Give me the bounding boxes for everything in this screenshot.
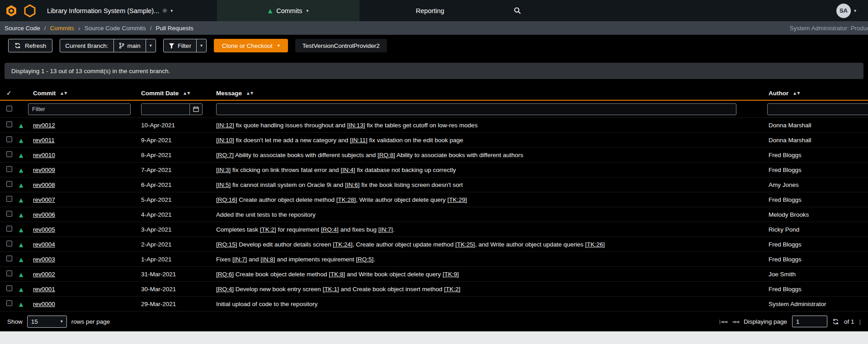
breadcrumb-commits[interactable]: Commits	[50, 25, 74, 32]
clone-or-checkout-button[interactable]: Clone or Checkout ▾	[214, 39, 288, 52]
row-checkbox[interactable]	[6, 181, 12, 187]
row-checkbox[interactable]	[6, 136, 12, 142]
nav-reporting[interactable]: Reporting	[359, 0, 500, 21]
table-row: ▲ rev0012 10-Apr-2021 [IN:12] fix quote …	[0, 118, 868, 133]
filter-button[interactable]: Filter	[163, 39, 197, 52]
breadcrumb-source-code-commits[interactable]: Source Code Commits	[85, 25, 146, 32]
commit-link[interactable]: rev0000	[33, 301, 55, 307]
row-checkbox[interactable]	[6, 166, 12, 172]
table-row: ▲ rev0009 7-Apr-2021 [IN:3] fix clicking…	[0, 163, 868, 177]
refresh-button[interactable]: Refresh	[8, 39, 52, 52]
commit-link[interactable]: rev0006	[33, 211, 55, 218]
commit-filter-input[interactable]	[28, 103, 131, 115]
message-artifact-link[interactable]: [RQ:5]	[356, 256, 373, 263]
row-checkbox[interactable]	[6, 196, 12, 202]
column-header-commit-date[interactable]: Commit Date	[141, 90, 179, 97]
chevron-down-icon: ▾	[278, 43, 280, 48]
date-filter-input[interactable]	[141, 103, 190, 115]
row-checkbox[interactable]	[6, 256, 12, 261]
message-artifact-link[interactable]: [IN:13]	[347, 122, 365, 129]
rows-per-page-select[interactable]: 15 ▾	[27, 316, 67, 328]
message-artifact-link[interactable]: [TK:28]	[336, 196, 356, 203]
refresh-page-icon[interactable]	[832, 318, 839, 325]
commit-link[interactable]: rev0003	[33, 256, 55, 263]
column-header-commit[interactable]: Commit	[33, 90, 56, 97]
message-artifact-link[interactable]: [IN:5]	[216, 181, 231, 188]
sort-arrows-icon[interactable]: ▲▼	[793, 91, 801, 95]
commit-author: Fred Bloggs	[764, 152, 868, 158]
message-artifact-link[interactable]: [RQ:16]	[216, 196, 237, 203]
commit-link[interactable]: rev0009	[33, 167, 55, 173]
commit-link[interactable]: rev0001	[33, 286, 55, 293]
message-artifact-link[interactable]: [IN:3]	[216, 167, 231, 173]
row-checkbox[interactable]	[6, 300, 12, 306]
message-artifact-link[interactable]: [TK:8]	[329, 271, 345, 278]
column-header-author[interactable]: Author	[769, 90, 788, 97]
commit-link[interactable]: rev0005	[33, 226, 55, 233]
row-checkbox[interactable]	[6, 226, 12, 232]
message-artifact-link[interactable]: [IN:12]	[216, 122, 234, 129]
message-artifact-link[interactable]: [TK:2]	[260, 226, 276, 233]
message-artifact-link[interactable]: [TK:2]	[444, 286, 460, 293]
message-filter-input[interactable]	[216, 103, 736, 115]
author-filter-input[interactable]	[767, 103, 868, 115]
commit-link[interactable]: rev0004	[33, 241, 55, 248]
branch-button[interactable]: main	[113, 39, 146, 52]
commit-link[interactable]: rev0007	[33, 196, 55, 203]
row-checkbox[interactable]	[6, 241, 12, 246]
message-artifact-link[interactable]: [RQ:4]	[321, 226, 339, 233]
sort-arrows-icon[interactable]: ▲▼	[184, 91, 191, 95]
filter-dropdown-button[interactable]: ▾	[196, 39, 207, 52]
page-number-input[interactable]	[792, 316, 827, 327]
calendar-button[interactable]	[190, 103, 203, 115]
message-artifact-link[interactable]: [IN:4]	[340, 167, 355, 173]
message-artifact-link[interactable]: [TK:25]	[455, 241, 475, 248]
row-checkbox[interactable]	[6, 211, 12, 217]
message-artifact-link[interactable]: [RQ:4]	[216, 286, 234, 293]
message-artifact-link[interactable]: [TK:24]	[333, 241, 353, 248]
brand[interactable]	[0, 0, 37, 21]
user-menu[interactable]: SA ▾	[836, 0, 868, 21]
message-text: fix validation on the edit book page	[368, 137, 463, 144]
search-button[interactable]	[500, 0, 534, 21]
displaying-page-label: Displaying page	[744, 318, 787, 325]
row-checkbox[interactable]	[6, 285, 12, 291]
row-checkbox[interactable]	[6, 270, 12, 276]
current-branch-label: Current Branch:	[60, 39, 113, 52]
commit-link[interactable]: rev0011	[33, 137, 55, 144]
message-artifact-link[interactable]: [TK:29]	[448, 196, 467, 203]
message-artifact-link[interactable]: [IN:10]	[216, 137, 234, 144]
tab-commits[interactable]: ▲ Commits ▾	[217, 0, 359, 21]
breadcrumb-source-code[interactable]: Source Code	[5, 25, 40, 32]
project-name: Library Information System (Sample)...	[47, 7, 159, 14]
first-page-button[interactable]: |◄◄	[719, 319, 727, 325]
message-artifact-link[interactable]: [TK:1]	[323, 286, 339, 293]
previous-page-button[interactable]: ◄◄	[732, 319, 739, 325]
project-selector[interactable]: Library Information System (Sample)... ▾	[44, 0, 175, 21]
message-artifact-link[interactable]: [IN:11]	[350, 137, 368, 144]
row-checkbox[interactable]	[6, 121, 12, 127]
breadcrumb-pull-requests[interactable]: Pull Requests	[156, 25, 193, 32]
message-artifact-link[interactable]: [TK:9]	[443, 271, 459, 278]
commit-message: [RQ:16] Create author object delete meth…	[212, 196, 764, 203]
branch-dropdown-button[interactable]: ▾	[146, 39, 156, 52]
commit-link[interactable]: rev0008	[33, 181, 55, 188]
message-artifact-link[interactable]: [TK:26]	[585, 241, 605, 248]
message-artifact-link[interactable]: [RQ:15]	[216, 241, 237, 248]
message-artifact-link[interactable]: [RQ:6]	[216, 271, 234, 278]
message-artifact-link[interactable]: [IN:6]	[345, 181, 359, 188]
message-artifact-link[interactable]: [RQ:7]	[216, 152, 234, 158]
message-artifact-link[interactable]: [IN:7]	[378, 226, 393, 233]
message-artifact-link[interactable]: [IN:8]	[260, 256, 275, 263]
commit-link[interactable]: rev0012	[33, 122, 55, 129]
commit-message: [IN:3] fix clicking on link throws fatal…	[212, 167, 764, 173]
commit-link[interactable]: rev0010	[33, 152, 55, 158]
column-header-message[interactable]: Message	[216, 90, 242, 97]
select-all-checkbox[interactable]	[6, 106, 12, 112]
sort-arrows-icon[interactable]: ▲▼	[61, 91, 68, 95]
commit-link[interactable]: rev0002	[33, 271, 55, 278]
message-artifact-link[interactable]: [RQ:8]	[377, 152, 395, 158]
message-artifact-link[interactable]: [IN:7]	[232, 256, 247, 263]
sort-arrows-icon[interactable]: ▲▼	[247, 91, 254, 95]
row-checkbox[interactable]	[6, 151, 12, 157]
